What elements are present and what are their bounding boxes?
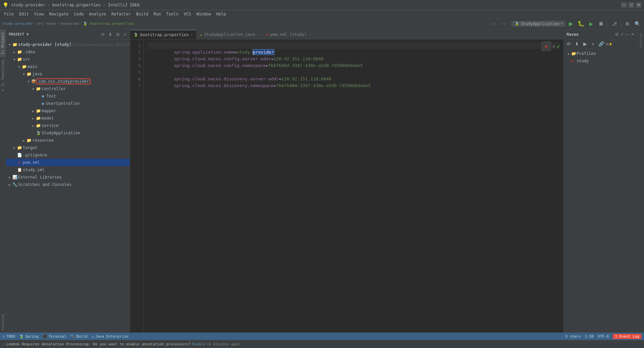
collapse-button[interactable]: ⬆: [107, 31, 113, 38]
tree-item-src[interactable]: ▼ 📁 src: [6, 56, 130, 63]
breadcrumb-file[interactable]: 🍃 bootstrap.properties: [83, 21, 134, 26]
maven-item-study[interactable]: m study: [564, 57, 637, 65]
tree-item-scratches[interactable]: ▶ 🔧 Scratches and Consoles: [6, 181, 130, 188]
code-area[interactable]: spring.application.name=study-provider s…: [144, 40, 564, 333]
tree-item-gitignore[interactable]: 📄 .gitignore: [6, 151, 130, 159]
tree-item-java[interactable]: ▼ 📁 java: [6, 70, 130, 78]
tree-arrow-java: ▼: [21, 72, 26, 76]
tree-item-service[interactable]: ▶ 📁 service: [6, 122, 130, 129]
maven-settings-button[interactable]: ⚙: [615, 32, 619, 37]
tree-item-mapper[interactable]: ▶ 📁 mapper: [6, 107, 130, 115]
breadcrumb-main[interactable]: main: [47, 21, 56, 26]
menu-help[interactable]: Help: [214, 11, 229, 17]
menu-file[interactable]: File: [1, 11, 16, 17]
tab-close-bootstrap[interactable]: ✕: [191, 33, 193, 37]
status-java-enterprise[interactable]: ☕ Java Enterprise: [92, 334, 128, 339]
sidebar: Project ▼ ⟳ ⬆ ⚙ × ▼ 📁 study-provider [st…: [6, 29, 130, 333]
maven-item-profiles[interactable]: ▶ 📁 Profiles: [564, 50, 637, 57]
breadcrumb-resources[interactable]: resources: [59, 21, 79, 26]
tree-item-main[interactable]: ▼ 📁 main: [6, 63, 130, 70]
menu-vcs[interactable]: VCS: [181, 11, 194, 17]
menu-edit[interactable]: Edit: [16, 11, 32, 17]
maven-expand-button[interactable]: ⤢: [620, 32, 624, 37]
structure-tab[interactable]: Structure: [1, 314, 5, 331]
notification-enable-link[interactable]: Enable: [192, 342, 205, 346]
sync-button[interactable]: ⟳: [100, 31, 106, 38]
back-button[interactable]: ←: [489, 19, 498, 28]
tree-item-studyapp[interactable]: 🍃 StudyApplication: [6, 129, 130, 137]
maven-hide-button[interactable]: —: [625, 32, 630, 37]
tree-item-controller[interactable]: ▼ 📁 controller: [6, 85, 130, 92]
tree-item-pomxml[interactable]: m pom.xml: [6, 159, 130, 166]
debug-button[interactable]: 🐛: [576, 19, 586, 28]
breadcrumb-project[interactable]: study-provider: [2, 21, 33, 26]
status-todo[interactable]: ☑ TODO: [3, 334, 15, 339]
far-right-bar: Database: [637, 29, 644, 333]
hide-button[interactable]: ×: [122, 31, 127, 38]
tab-bootstrap-properties[interactable]: 🍃 bootstrap.properties ✕: [130, 30, 197, 39]
menu-navigate[interactable]: Navigate: [47, 11, 71, 17]
maven-refresh-button[interactable]: ⟳: [565, 40, 573, 48]
maven-download-button[interactable]: ⬇: [573, 40, 581, 48]
run-config-icon: 🍃: [515, 21, 519, 26]
sidebar-tab-project[interactable]: 1: Project: [0, 29, 6, 57]
status-event-log[interactable]: 1 Event Log: [613, 334, 641, 339]
breadcrumb-src[interactable]: src: [37, 21, 43, 26]
status-terminal[interactable]: ⬛ Terminal: [43, 334, 66, 339]
tree-label-controller: controller: [42, 86, 66, 91]
settings-gear-button[interactable]: ⚙: [115, 31, 121, 38]
tab-pomxml[interactable]: m pom.xml (study) ✕: [263, 30, 314, 39]
run-config-selector[interactable]: 🍃 StudyApplication ▼: [512, 21, 566, 27]
sidebar-tab-favorites[interactable]: ★ 2: Favorites: [0, 57, 6, 95]
tree-item-usercontroller[interactable]: ● UserController: [6, 100, 130, 107]
maven-popup-button[interactable]: m: [542, 42, 551, 51]
run-with-coverage-button[interactable]: ▶: [586, 19, 596, 28]
maven-skip-button[interactable]: m⚡: [605, 40, 613, 48]
close-button[interactable]: ✕: [636, 2, 641, 8]
tree-item-extlibs[interactable]: ▶ 📊 External Libraries: [6, 173, 130, 181]
maven-add-button[interactable]: +: [589, 40, 597, 48]
menu-run[interactable]: Run: [151, 11, 164, 17]
tree-item-model[interactable]: ▶ 📁 model: [6, 115, 130, 122]
minimize-button[interactable]: ─: [621, 2, 627, 8]
forward-button[interactable]: →: [499, 19, 508, 28]
menu-window[interactable]: Window: [194, 11, 213, 17]
status-build[interactable]: 🔨 Build: [70, 334, 88, 339]
maven-popup-close-icon[interactable]: ✕: [552, 44, 555, 49]
tree-item-idea[interactable]: ▶ 📁 .idea: [6, 48, 130, 56]
study-maven-icon: m: [571, 59, 577, 63]
settings-button[interactable]: ⚙: [623, 19, 632, 28]
terminal-icon: ⬛: [43, 334, 47, 339]
tab-close-studyapp[interactable]: ✕: [257, 33, 259, 37]
maven-run-button[interactable]: ▶: [581, 40, 589, 48]
menu-code[interactable]: Code: [71, 11, 87, 17]
run-button[interactable]: ▶: [566, 19, 576, 28]
tab-close-pomxml[interactable]: ✕: [309, 33, 311, 37]
tree-item-package[interactable]: ▼ 📦 com.xxx.studyprovider: [6, 78, 130, 85]
vcs-button[interactable]: ⎇: [609, 19, 619, 28]
tree-item-target[interactable]: ▶ 📁 target: [6, 144, 130, 151]
maven-close-button[interactable]: ✕: [631, 32, 635, 37]
tab-studyapplication[interactable]: ☕ StudyApplication.java ✕: [197, 30, 263, 39]
tree-item-root[interactable]: ▼ 📁 study-provider [study] C:\sckj\work\…: [6, 41, 130, 48]
line6-val: fbbf640d-3387-438e-a5d9-7d39668dade5: [276, 83, 371, 88]
menu-view[interactable]: View: [32, 11, 47, 17]
tree-item-studyiml[interactable]: 📋 study.iml: [6, 166, 130, 173]
status-spring[interactable]: 🍃 Spring: [19, 334, 39, 339]
status-encoding[interactable]: UTF-8: [598, 334, 609, 339]
pomxml-icon: m: [17, 160, 22, 165]
search-everywhere-button[interactable]: 🔍: [633, 19, 642, 28]
test-java-icon: ●: [40, 94, 46, 98]
menu-refactor[interactable]: Refactor: [109, 11, 133, 17]
tree-arrow-service: ▶: [31, 124, 36, 128]
menu-tools[interactable]: Tools: [164, 11, 181, 17]
package-highlight: com.xxx.studyprovider: [36, 78, 91, 84]
menu-build[interactable]: Build: [133, 11, 151, 17]
database-tab[interactable]: Database: [638, 31, 644, 51]
maximize-button[interactable]: □: [629, 2, 634, 8]
tree-item-resources[interactable]: ▶ 📁 resources: [6, 137, 130, 144]
stop-button[interactable]: ⏹: [596, 19, 606, 28]
menu-analyze[interactable]: Analyze: [86, 11, 109, 17]
tree-item-test[interactable]: ● Test: [6, 92, 130, 100]
maven-link-button[interactable]: 🔗: [597, 40, 605, 48]
